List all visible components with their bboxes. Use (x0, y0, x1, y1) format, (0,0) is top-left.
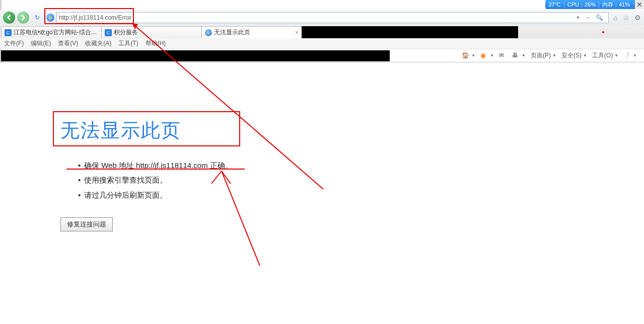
svg-line-4 (222, 171, 260, 266)
svg-line-2 (211, 171, 222, 184)
annotation-arrow-2 (0, 0, 644, 324)
